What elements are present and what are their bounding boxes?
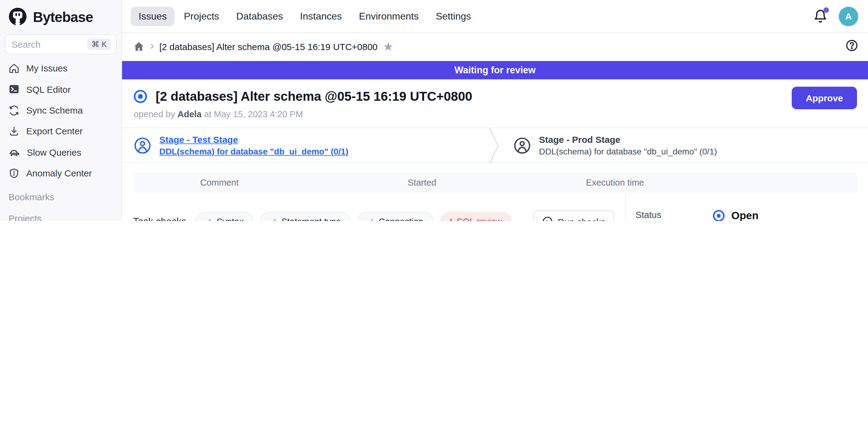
- person-circle-icon: [513, 136, 531, 154]
- sidebar-item-my-issues[interactable]: My Issues: [0, 58, 121, 79]
- task-checks-label: Task checks: [133, 216, 186, 221]
- help-button[interactable]: [845, 39, 858, 54]
- shield-icon: [8, 167, 20, 179]
- sidebar-item-label: Anomaly Center: [26, 168, 92, 178]
- avatar[interactable]: A: [839, 6, 858, 26]
- sidebar-item-export-center[interactable]: Export Center: [0, 121, 121, 141]
- tab-projects[interactable]: Projects: [176, 6, 227, 26]
- bytebase-logo-icon: [7, 7, 28, 28]
- tab-settings[interactable]: Settings: [428, 6, 479, 26]
- person-circle-icon: [134, 136, 151, 154]
- check-syntax[interactable]: ✓Syntax: [195, 212, 253, 221]
- breadcrumb-title: [2 databases] Alter schema @05-15 16:19 …: [159, 41, 377, 52]
- run-checks-button[interactable]: Run checks: [533, 211, 614, 221]
- check-sql-review[interactable]: !SQL review: [440, 212, 512, 221]
- stage-name: Stage - Prod Stage: [539, 134, 717, 145]
- status-banner: Waiting for review: [122, 61, 868, 80]
- download-icon: [8, 126, 20, 137]
- stage-prod-stage[interactable]: Stage - Prod Stage DDL(schema) for datab…: [502, 128, 717, 162]
- logo[interactable]: Bytebase: [0, 0, 121, 33]
- home-breadcrumb-icon[interactable]: [133, 41, 145, 53]
- check-statement-type[interactable]: ✓Statement type: [260, 212, 351, 221]
- tab-databases[interactable]: Databases: [228, 6, 291, 26]
- check-error-icon: !: [450, 217, 452, 221]
- column-comment: Comment: [200, 178, 239, 187]
- sidebar-item-label: Sync Schema: [26, 105, 83, 115]
- notifications-button[interactable]: [813, 9, 828, 24]
- sidebar-section-projects: Projects: [0, 205, 121, 221]
- tab-environments[interactable]: Environments: [351, 6, 427, 26]
- column-started: Started: [408, 178, 436, 187]
- sidebar-item-label: My Issues: [26, 63, 67, 73]
- notification-dot: [824, 7, 829, 12]
- stage-name[interactable]: Stage - Test Stage: [159, 134, 348, 145]
- sidebar-item-anomaly-center[interactable]: Anomaly Center: [0, 163, 121, 184]
- bytebase-app: Bytebase Search ⌘ K My Issues SQL Editor…: [0, 0, 868, 221]
- task-checks-row: Task checks ✓Syntax ✓Statement type ✓Con…: [133, 211, 614, 221]
- search-input[interactable]: Search ⌘ K: [5, 34, 117, 54]
- sidebar: Bytebase Search ⌘ K My Issues SQL Editor…: [0, 0, 122, 221]
- check-pass-icon: ✓: [270, 217, 277, 221]
- issue-header: [2 databases] Alter schema @05-15 16:19 …: [122, 80, 868, 119]
- breadcrumb: › [2 databases] Alter schema @05-15 16:1…: [122, 33, 868, 61]
- task-detail-column: Task checks ✓Syntax ✓Statement type ✓Con…: [122, 193, 625, 221]
- play-circle-icon: [542, 216, 553, 221]
- turtle-icon: [8, 147, 20, 158]
- terminal-icon: [8, 84, 20, 95]
- chevron-right-icon: ›: [150, 40, 154, 53]
- sidebar-item-label: Slow Queries: [27, 147, 81, 158]
- sidebar-item-sync-schema[interactable]: Sync Schema: [0, 100, 121, 121]
- tab-instances[interactable]: Instances: [292, 6, 350, 26]
- logo-text: Bytebase: [33, 9, 93, 25]
- stage-task: DDL(schema) for database "db_ui_demo" (0…: [539, 147, 717, 156]
- search-placeholder: Search: [11, 39, 87, 50]
- main-area: Issues Projects Databases Instances Envi…: [122, 0, 868, 221]
- issue-meta: opened by Adela at May 15, 2023 4:20 PM: [134, 109, 857, 119]
- check-connection[interactable]: ✓Connection: [358, 212, 433, 221]
- issue-side-panel: Status Open Approval flow Project: [625, 193, 868, 221]
- status-label: Status: [636, 210, 712, 220]
- stage-test-stage[interactable]: Stage - Test Stage DDL(schema) for datab…: [122, 128, 488, 162]
- column-execution-time: Execution time: [586, 178, 644, 187]
- sidebar-item-slow-queries[interactable]: Slow Queries: [0, 141, 121, 163]
- help-icon: [845, 39, 858, 52]
- sidebar-item-sql-editor[interactable]: SQL Editor: [0, 79, 121, 100]
- stage-flow: Stage - Test Stage DDL(schema) for datab…: [122, 128, 868, 163]
- home-icon: [8, 63, 20, 74]
- stage-separator-chevron: [488, 128, 502, 164]
- issue-title: [2 databases] Alter schema @05-15 16:19 …: [156, 89, 472, 104]
- issue-open-icon: [133, 89, 148, 104]
- tab-issues[interactable]: Issues: [131, 6, 175, 26]
- sync-icon: [8, 105, 20, 116]
- sidebar-item-label: Export Center: [26, 126, 83, 136]
- status-row: Status Open: [636, 210, 858, 221]
- top-navigation: Issues Projects Databases Instances Envi…: [122, 0, 868, 33]
- search-shortcut-kbd: ⌘ K: [87, 38, 111, 50]
- stage-task-link[interactable]: DDL(schema) for database "db_ui_demo" (0…: [159, 147, 348, 156]
- check-pass-icon: ✓: [367, 217, 374, 221]
- task-table-header: Comment Started Execution time: [133, 173, 857, 193]
- sidebar-section-bookmarks: Bookmarks: [0, 184, 121, 205]
- issue-author: Adela: [178, 109, 202, 119]
- status-value: Open: [731, 210, 758, 221]
- status-open-icon: [712, 210, 725, 221]
- check-pass-icon: ✓: [205, 217, 212, 221]
- sidebar-item-label: SQL Editor: [26, 84, 71, 94]
- star-icon[interactable]: ★: [383, 40, 394, 54]
- approve-button[interactable]: Approve: [792, 87, 857, 109]
